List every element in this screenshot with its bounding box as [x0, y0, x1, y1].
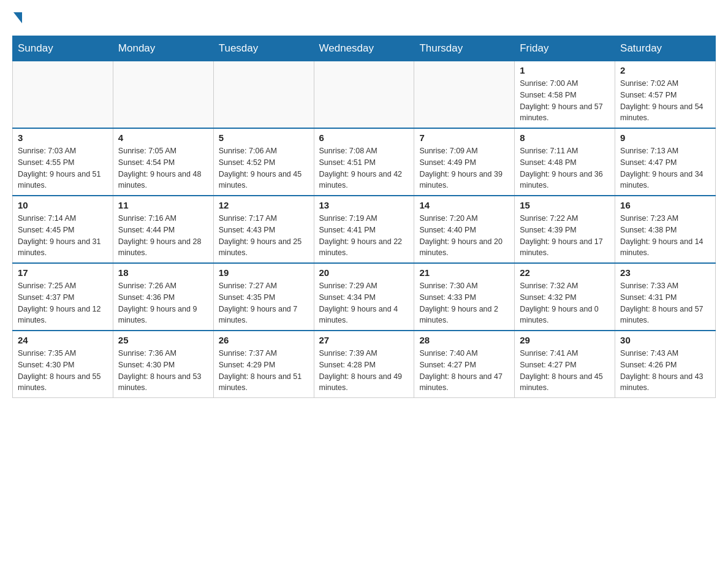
calendar-day-cell: 28Sunrise: 7:40 AMSunset: 4:27 PMDayligh… — [414, 331, 515, 398]
calendar-day-cell: 19Sunrise: 7:27 AMSunset: 4:35 PMDayligh… — [213, 263, 314, 331]
day-info: Sunrise: 7:35 AMSunset: 4:30 PMDaylight:… — [18, 348, 108, 394]
calendar-day-cell: 5Sunrise: 7:06 AMSunset: 4:52 PMDaylight… — [213, 128, 314, 196]
calendar-day-cell: 3Sunrise: 7:03 AMSunset: 4:55 PMDaylight… — [13, 128, 113, 196]
calendar-week-row: 24Sunrise: 7:35 AMSunset: 4:30 PMDayligh… — [13, 331, 716, 398]
day-number: 10 — [18, 200, 108, 210]
calendar-day-cell: 20Sunrise: 7:29 AMSunset: 4:34 PMDayligh… — [314, 263, 414, 331]
calendar-day-cell: 6Sunrise: 7:08 AMSunset: 4:51 PMDaylight… — [314, 128, 414, 196]
day-info: Sunrise: 7:09 AMSunset: 4:49 PMDaylight:… — [419, 145, 509, 191]
calendar-day-cell: 23Sunrise: 7:33 AMSunset: 4:31 PMDayligh… — [615, 263, 716, 331]
calendar-day-cell — [213, 61, 314, 129]
weekday-header-friday: Friday — [515, 36, 615, 61]
day-info: Sunrise: 7:26 AMSunset: 4:36 PMDaylight:… — [118, 280, 208, 326]
day-info: Sunrise: 7:02 AMSunset: 4:57 PMDaylight:… — [620, 78, 710, 124]
day-number: 20 — [319, 267, 409, 278]
day-number: 3 — [18, 132, 108, 143]
day-info: Sunrise: 7:17 AMSunset: 4:43 PMDaylight:… — [219, 213, 309, 259]
calendar-day-cell: 11Sunrise: 7:16 AMSunset: 4:44 PMDayligh… — [113, 196, 213, 263]
day-number: 1 — [520, 65, 610, 75]
day-number: 12 — [219, 200, 309, 210]
day-number: 11 — [118, 200, 208, 210]
day-info: Sunrise: 7:22 AMSunset: 4:39 PMDaylight:… — [520, 213, 610, 259]
day-info: Sunrise: 7:05 AMSunset: 4:54 PMDaylight:… — [118, 145, 208, 191]
day-number: 28 — [419, 335, 509, 345]
calendar-day-cell: 1Sunrise: 7:00 AMSunset: 4:58 PMDaylight… — [515, 61, 615, 129]
day-number: 23 — [620, 267, 710, 278]
day-info: Sunrise: 7:13 AMSunset: 4:47 PMDaylight:… — [620, 145, 710, 191]
day-number: 6 — [319, 132, 409, 143]
calendar-day-cell: 10Sunrise: 7:14 AMSunset: 4:45 PMDayligh… — [13, 196, 113, 263]
day-info: Sunrise: 7:08 AMSunset: 4:51 PMDaylight:… — [319, 145, 409, 191]
day-info: Sunrise: 7:27 AMSunset: 4:35 PMDaylight:… — [219, 280, 309, 326]
calendar-day-cell: 8Sunrise: 7:11 AMSunset: 4:48 PMDaylight… — [515, 128, 615, 196]
day-info: Sunrise: 7:20 AMSunset: 4:40 PMDaylight:… — [419, 213, 509, 259]
weekday-header-saturday: Saturday — [615, 36, 716, 61]
calendar-day-cell: 14Sunrise: 7:20 AMSunset: 4:40 PMDayligh… — [414, 196, 515, 263]
day-info: Sunrise: 7:11 AMSunset: 4:48 PMDaylight:… — [520, 145, 610, 191]
day-number: 30 — [620, 335, 710, 345]
calendar-day-cell — [113, 61, 213, 129]
day-info: Sunrise: 7:03 AMSunset: 4:55 PMDaylight:… — [18, 145, 108, 191]
calendar-day-cell: 22Sunrise: 7:32 AMSunset: 4:32 PMDayligh… — [515, 263, 615, 331]
day-number: 15 — [520, 200, 610, 210]
day-info: Sunrise: 7:06 AMSunset: 4:52 PMDaylight:… — [219, 145, 309, 191]
calendar-day-cell — [13, 61, 113, 129]
calendar-day-cell: 4Sunrise: 7:05 AMSunset: 4:54 PMDaylight… — [113, 128, 213, 196]
calendar-day-cell: 27Sunrise: 7:39 AMSunset: 4:28 PMDayligh… — [314, 331, 414, 398]
calendar-day-cell: 12Sunrise: 7:17 AMSunset: 4:43 PMDayligh… — [213, 196, 314, 263]
calendar-day-cell: 7Sunrise: 7:09 AMSunset: 4:49 PMDaylight… — [414, 128, 515, 196]
calendar-day-cell: 15Sunrise: 7:22 AMSunset: 4:39 PMDayligh… — [515, 196, 615, 263]
calendar-day-cell — [414, 61, 515, 129]
day-info: Sunrise: 7:32 AMSunset: 4:32 PMDaylight:… — [520, 280, 610, 326]
day-info: Sunrise: 7:43 AMSunset: 4:26 PMDaylight:… — [620, 348, 710, 394]
day-number: 18 — [118, 267, 208, 278]
weekday-header-wednesday: Wednesday — [314, 36, 414, 61]
page-header — [12, 12, 716, 23]
day-info: Sunrise: 7:29 AMSunset: 4:34 PMDaylight:… — [319, 280, 409, 326]
day-number: 2 — [620, 65, 710, 75]
day-number: 5 — [219, 132, 309, 143]
day-number: 27 — [319, 335, 409, 345]
calendar-day-cell: 13Sunrise: 7:19 AMSunset: 4:41 PMDayligh… — [314, 196, 414, 263]
day-info: Sunrise: 7:25 AMSunset: 4:37 PMDaylight:… — [18, 280, 108, 326]
day-info: Sunrise: 7:37 AMSunset: 4:29 PMDaylight:… — [219, 348, 309, 394]
calendar-week-row: 10Sunrise: 7:14 AMSunset: 4:45 PMDayligh… — [13, 196, 716, 263]
day-number: 29 — [520, 335, 610, 345]
day-number: 25 — [118, 335, 208, 345]
calendar-day-cell: 24Sunrise: 7:35 AMSunset: 4:30 PMDayligh… — [13, 331, 113, 398]
day-number: 24 — [18, 335, 108, 345]
day-info: Sunrise: 7:41 AMSunset: 4:27 PMDaylight:… — [520, 348, 610, 394]
day-number: 19 — [219, 267, 309, 278]
day-number: 8 — [520, 132, 610, 143]
day-number: 7 — [419, 132, 509, 143]
logo-arrow-icon — [13, 12, 22, 23]
calendar-day-cell: 16Sunrise: 7:23 AMSunset: 4:38 PMDayligh… — [615, 196, 716, 263]
logo — [12, 12, 25, 23]
calendar-week-row: 17Sunrise: 7:25 AMSunset: 4:37 PMDayligh… — [13, 263, 716, 331]
day-number: 14 — [419, 200, 509, 210]
calendar-week-row: 3Sunrise: 7:03 AMSunset: 4:55 PMDaylight… — [13, 128, 716, 196]
day-info: Sunrise: 7:40 AMSunset: 4:27 PMDaylight:… — [419, 348, 509, 394]
calendar-day-cell: 17Sunrise: 7:25 AMSunset: 4:37 PMDayligh… — [13, 263, 113, 331]
day-info: Sunrise: 7:00 AMSunset: 4:58 PMDaylight:… — [520, 78, 610, 124]
day-info: Sunrise: 7:14 AMSunset: 4:45 PMDaylight:… — [18, 213, 108, 259]
weekday-header-thursday: Thursday — [414, 36, 515, 61]
day-info: Sunrise: 7:33 AMSunset: 4:31 PMDaylight:… — [620, 280, 710, 326]
day-number: 4 — [118, 132, 208, 143]
weekday-header-sunday: Sunday — [13, 36, 113, 61]
calendar-table: SundayMondayTuesdayWednesdayThursdayFrid… — [12, 36, 716, 398]
day-info: Sunrise: 7:30 AMSunset: 4:33 PMDaylight:… — [419, 280, 509, 326]
calendar-day-cell — [314, 61, 414, 129]
day-info: Sunrise: 7:19 AMSunset: 4:41 PMDaylight:… — [319, 213, 409, 259]
day-number: 22 — [520, 267, 610, 278]
day-info: Sunrise: 7:39 AMSunset: 4:28 PMDaylight:… — [319, 348, 409, 394]
calendar-day-cell: 25Sunrise: 7:36 AMSunset: 4:30 PMDayligh… — [113, 331, 213, 398]
calendar-day-cell: 30Sunrise: 7:43 AMSunset: 4:26 PMDayligh… — [615, 331, 716, 398]
calendar-week-row: 1Sunrise: 7:00 AMSunset: 4:58 PMDaylight… — [13, 61, 716, 129]
day-info: Sunrise: 7:16 AMSunset: 4:44 PMDaylight:… — [118, 213, 208, 259]
day-info: Sunrise: 7:23 AMSunset: 4:38 PMDaylight:… — [620, 213, 710, 259]
weekday-header-tuesday: Tuesday — [213, 36, 314, 61]
calendar-day-cell: 26Sunrise: 7:37 AMSunset: 4:29 PMDayligh… — [213, 331, 314, 398]
day-number: 26 — [219, 335, 309, 345]
weekday-header-row: SundayMondayTuesdayWednesdayThursdayFrid… — [13, 36, 716, 61]
